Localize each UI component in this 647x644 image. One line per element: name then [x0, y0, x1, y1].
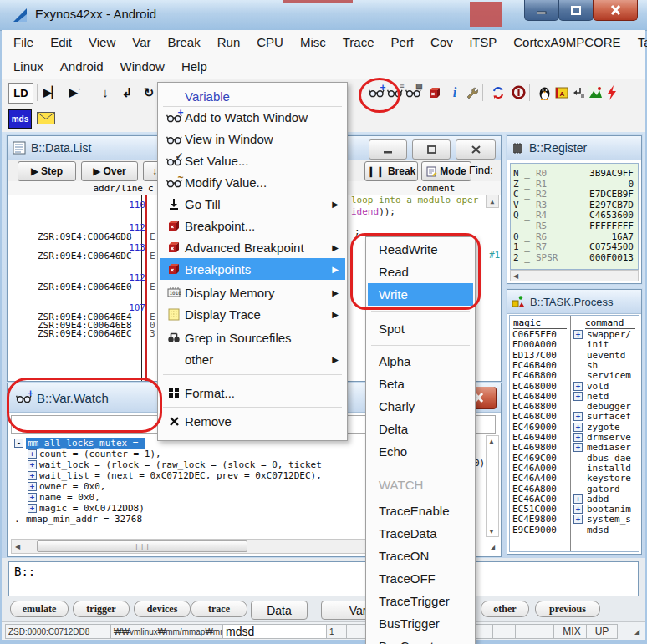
step-button[interactable]: ▶Step: [18, 161, 76, 181]
hscroll-thumb[interactable]: ❘❘❘: [37, 540, 247, 552]
softkey-trigger[interactable]: trigger: [73, 601, 130, 617]
command-cell[interactable]: installd: [587, 463, 631, 474]
ld-button[interactable]: LD: [8, 83, 33, 104]
menubar-item-misc[interactable]: Misc: [292, 35, 334, 49]
expand-plus-icon[interactable]: +: [28, 482, 37, 491]
register-hscroll[interactable]: ◀: [510, 270, 639, 281]
step-down-icon[interactable]: ↓: [95, 82, 115, 103]
menubar-item-cortexa9mpcore[interactable]: CortexA9MPCORE: [505, 35, 629, 49]
submenu-item-traceoff[interactable]: TraceOFF: [368, 567, 473, 590]
view-watch-list-icon[interactable]: ≡: [385, 82, 405, 103]
maximize-button[interactable]: [558, 0, 594, 21]
submenu-item-bustrigger[interactable]: BusTrigger: [368, 612, 473, 635]
expand-plus-icon[interactable]: +: [573, 392, 583, 401]
command-cell[interactable]: sh: [587, 360, 598, 371]
expand-plus-icon[interactable]: +: [573, 423, 583, 432]
expand-plus-icon[interactable]: +: [28, 449, 37, 459]
mds-badge-icon[interactable]: mds: [8, 109, 32, 129]
submenu-item-write[interactable]: Write: [368, 283, 473, 306]
resize-grip[interactable]: ◢: [632, 626, 642, 636]
submenu-item-delta[interactable]: Delta: [368, 418, 473, 440]
child-maximize-button[interactable]: [412, 139, 451, 160]
softkey-previous[interactable]: previous: [535, 601, 600, 617]
context-menu-item-set-value[interactable]: ✓Set Value...: [160, 150, 345, 171]
sync-icon[interactable]: [488, 82, 508, 103]
step-return-icon[interactable]: ↲: [117, 82, 137, 103]
context-menu-item-breakpoint[interactable]: Breakpoint...: [160, 215, 345, 236]
expand-plus-icon[interactable]: +: [573, 505, 583, 514]
softkey-other[interactable]: other: [481, 601, 529, 617]
step-over-icon[interactable]: ▶˙: [65, 82, 85, 103]
command-cell[interactable]: vold: [587, 381, 609, 392]
command-cell[interactable]: dbus-dae: [587, 453, 631, 464]
menubar-item-cpu[interactable]: CPU: [248, 35, 292, 49]
expand-minus-icon[interactable]: -: [14, 439, 23, 448]
submenu-item-readwrite[interactable]: ReadWrite: [368, 238, 473, 261]
mail-envelope-icon[interactable]: [37, 112, 55, 128]
command-cell[interactable]: keystore: [587, 473, 631, 484]
command-cell[interactable]: servicem: [587, 370, 631, 381]
command-cell[interactable]: system_s: [587, 514, 631, 525]
expand-plus-icon[interactable]: +: [28, 493, 37, 502]
context-menu-item-modify-value[interactable]: ~Modify Value...: [160, 171, 345, 193]
submenu-item-traceenable[interactable]: TraceEnable: [368, 499, 473, 522]
close-button[interactable]: [593, 0, 638, 21]
context-menu-item-advanced-breakpoint[interactable]: Advanced Breakpoint▶: [160, 236, 345, 258]
softkey-data[interactable]: Data: [251, 601, 308, 620]
watch-vscroll[interactable]: ▲ ▼: [486, 435, 499, 537]
context-menu-item-other[interactable]: other▶: [160, 348, 345, 370]
child-close-button[interactable]: [456, 139, 496, 160]
menubar-item-trace[interactable]: Trace: [334, 35, 383, 49]
menubar-item-cov[interactable]: Cov: [422, 35, 461, 49]
menubar-item-edit[interactable]: Edit: [42, 35, 80, 49]
expand-plus-icon[interactable]: +: [573, 330, 583, 339]
command-cell[interactable]: adbd: [587, 494, 609, 505]
menubar-item-itsp[interactable]: iTSP: [461, 35, 506, 49]
watch-resize-grip[interactable]: ◢: [487, 542, 497, 552]
submenu-item-spot[interactable]: Spot: [368, 317, 473, 340]
menubar-item-target[interactable]: Target: [629, 35, 647, 49]
watch-line[interactable]: wait_list = (next = 0xC0712DEC, prev = 0…: [39, 470, 322, 481]
menubar-item-window[interactable]: Window: [112, 59, 173, 74]
register-titlebar[interactable]: B::Register: [507, 136, 641, 160]
breakpoint-cube-icon[interactable]: [425, 82, 445, 103]
menubar-item-perf[interactable]: Perf: [383, 35, 423, 49]
menubar-item-help[interactable]: Help: [173, 59, 216, 74]
menubar-item-var[interactable]: Var: [124, 35, 159, 49]
minimize-button[interactable]: [524, 0, 559, 21]
context-menu-item-display-memory[interactable]: 1010Display Memory▶: [160, 281, 345, 303]
step-into-icon[interactable]: ▶▏: [42, 82, 62, 103]
expand-plus-icon[interactable]: +: [573, 515, 583, 524]
stop-icon[interactable]: [508, 82, 528, 103]
softkey-trace[interactable]: trace: [191, 601, 247, 617]
command-cell[interactable]: mediaser: [587, 442, 631, 453]
expand-plus-icon[interactable]: +: [28, 460, 37, 469]
expand-plus-icon[interactable]: +: [573, 382, 583, 391]
menubar-item-break[interactable]: Break: [160, 35, 209, 49]
menubar-item-file[interactable]: File: [5, 35, 42, 49]
command-cell[interactable]: surfacef: [587, 411, 631, 422]
watch-line[interactable]: count = (counter = 1),: [39, 449, 161, 459]
command-cell[interactable]: init: [587, 339, 609, 350]
child-minimize-button[interactable]: [369, 139, 407, 160]
go-again-icon[interactable]: ↻: [139, 82, 159, 103]
submenu-item-buscount[interactable]: BusCount: [368, 635, 473, 644]
softkey-emulate[interactable]: emulate: [10, 601, 69, 617]
submenu-item-beta[interactable]: Beta: [368, 373, 473, 395]
context-menu-item-add-to-watch-window[interactable]: +Add to Watch Window: [160, 106, 345, 128]
expand-plus-icon[interactable]: +: [573, 443, 583, 452]
command-cell[interactable]: mdsd: [587, 525, 609, 535]
watch-line[interactable]: wait_lock = (rlock = (raw_lock = (slock …: [39, 459, 322, 470]
submenu-item-tracedata[interactable]: TraceData: [368, 522, 473, 545]
submenu-item-read[interactable]: Read: [368, 261, 473, 283]
command-cell[interactable]: debugger: [587, 401, 631, 412]
submenu-item-traceon[interactable]: TraceON: [368, 545, 473, 567]
menubar-item-run[interactable]: Run: [209, 35, 249, 49]
context-menu-item-display-trace[interactable]: Display Trace▶: [160, 303, 345, 325]
command-cell[interactable]: gatord: [587, 484, 620, 494]
mode-button[interactable]: Mode: [421, 161, 471, 181]
submenu-item-charly[interactable]: Charly: [368, 395, 473, 418]
watch-line[interactable]: owner = 0x0,: [39, 481, 105, 492]
task-titlebar[interactable]: B::TASK.Process: [507, 290, 641, 314]
command-cell[interactable]: zygote: [587, 422, 620, 433]
